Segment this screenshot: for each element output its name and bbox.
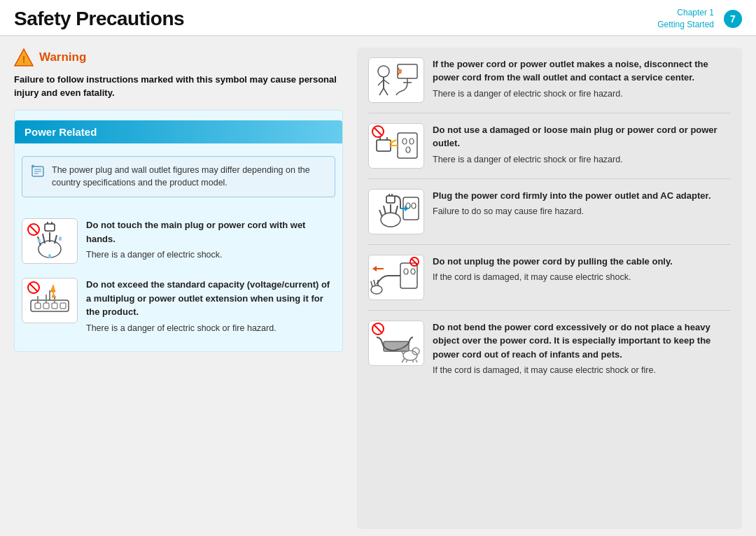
page-header: Safety Precautions Chapter 1 Getting Sta…: [0, 0, 756, 36]
unplug-cable-illustration: [370, 256, 423, 298]
right-text-0: If the power cord or power outlet makes …: [433, 57, 731, 101]
right-desc-1: There is a danger of electric shock or f…: [433, 153, 731, 167]
noise-cord-illustration: [370, 59, 423, 101]
right-image-3: [368, 255, 424, 300]
svg-point-6: [31, 164, 34, 167]
right-title-2: Plug the power cord firmly into the powe…: [433, 189, 731, 203]
right-desc-3: If the cord is damaged, it may cause ele…: [433, 271, 731, 284]
section-header: Power Related: [15, 120, 342, 143]
right-desc-4: If the cord is damaged, it may cause ele…: [433, 364, 731, 377]
right-desc-2: Failure to do so may cause fire hazard.: [433, 205, 731, 218]
right-image-0: [368, 57, 424, 103]
right-text-1: Do not use a damaged or loose main plug …: [433, 123, 731, 167]
left-item-1: Do not exceed the standard capacity (vol…: [15, 278, 342, 343]
page-number-badge: 7: [724, 10, 742, 28]
warning-text: Failure to follow instructions marked wi…: [14, 73, 343, 100]
right-item-1: Do not use a damaged or loose main plug …: [368, 123, 731, 179]
cord-bend-illustration: [370, 322, 423, 364]
right-title-0: If the power cord or power outlet makes …: [433, 57, 731, 85]
main-content: ! Warning Failure to follow instructions…: [0, 36, 756, 536]
warning-triangle-icon: !: [14, 48, 34, 67]
info-note: The power plug and wall outlet figures m…: [22, 156, 335, 198]
right-column: If the power cord or power outlet makes …: [357, 48, 742, 529]
note-text: The power plug and wall outlet figures m…: [52, 164, 326, 190]
warning-label: Warning: [39, 50, 86, 64]
right-title-1: Do not use a damaged or loose main plug …: [433, 123, 731, 150]
right-item-2: Plug the power cord firmly into the powe…: [368, 189, 731, 245]
chapter-sub: Getting Started: [657, 19, 714, 31]
item-desc-1: There is a danger of electric shock or f…: [86, 322, 335, 335]
right-image-1: [368, 123, 424, 169]
item-text-0: Do not touch the main plug or power cord…: [86, 218, 335, 262]
right-text-2: Plug the power cord firmly into the powe…: [433, 189, 731, 218]
warning-section: ! Warning Failure to follow instructions…: [14, 48, 343, 100]
right-text-4: Do not bend the power cord excessively o…: [433, 320, 731, 377]
multiplug-illustration: [25, 281, 74, 321]
right-item-4: Do not bend the power cord excessively o…: [368, 320, 731, 387]
left-column: ! Warning Failure to follow instructions…: [14, 48, 357, 529]
item-title-1: Do not exceed the standard capacity (vol…: [86, 278, 335, 319]
right-item-3: Do not unplug the power cord by pulling …: [368, 255, 731, 311]
right-item-0: If the power cord or power outlet makes …: [368, 57, 731, 113]
right-text-3: Do not unplug the power cord by pulling …: [433, 255, 731, 284]
item-title-0: Do not touch the main plug or power cord…: [86, 218, 335, 246]
svg-text:!: !: [22, 54, 26, 65]
chapter-info: Chapter 1 Getting Started: [657, 7, 714, 31]
damaged-plug-illustration: [370, 125, 423, 167]
power-note-container: The power plug and wall outlet figures m…: [15, 143, 342, 211]
svg-point-16: [38, 239, 41, 243]
item-image-1: [22, 278, 78, 323]
item-text-1: Do not exceed the standard capacity (vol…: [86, 278, 335, 334]
item-image-0: [22, 218, 78, 264]
warning-header: ! Warning: [14, 48, 343, 67]
plug-firmly-illustration: [370, 190, 423, 232]
right-desc-0: There is a danger of electric shock or f…: [433, 87, 731, 101]
note-icon: [31, 164, 45, 184]
right-image-4: [368, 320, 424, 366]
chapter-label: Chapter 1: [657, 7, 714, 19]
item-desc-0: There is a danger of electric shock.: [86, 248, 335, 262]
left-item-0: Do not touch the main plug or power cord…: [15, 218, 342, 269]
right-image-2: [368, 189, 424, 234]
wet-hands-illustration: [25, 221, 74, 262]
power-section-box: Power Related The power plug and wall ou…: [14, 110, 343, 353]
svg-point-18: [48, 254, 51, 258]
svg-point-17: [59, 237, 62, 241]
page-title: Safety Precautions: [14, 8, 184, 30]
right-title-4: Do not bend the power cord excessively o…: [433, 320, 731, 362]
right-title-3: Do not unplug the power cord by pulling …: [433, 255, 731, 269]
